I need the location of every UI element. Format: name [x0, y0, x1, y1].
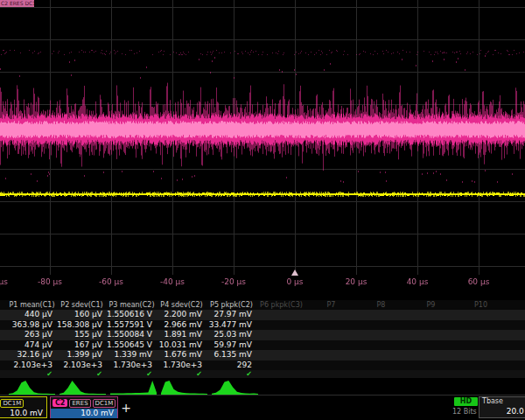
time-axis: -100 µs-80 µs-60 µs-40 µs-20 µs0 µs20 µs… — [0, 275, 525, 289]
histicon-row — [0, 378, 525, 395]
param-value: 155 µV — [57, 330, 107, 340]
param-value: 263 µV — [7, 330, 57, 340]
trace-descriptor-badge[interactable]: C2 ERES DC1M — [0, 0, 34, 7]
time-axis-label: -100 µs — [0, 277, 8, 286]
param-value: 59.97 mV — [206, 340, 256, 351]
param-header-inactive[interactable]: P10 — [456, 300, 506, 310]
param-value: 10.031 mV — [157, 340, 206, 351]
measure-table-row: 32.16 µV1.399 µV1.339 mV1.676 mV6.135 mV — [0, 350, 525, 360]
measure-table-row: 263 µV155 µV1.550084 V1.891 mV25.03 mV — [0, 330, 525, 340]
param-header-p2[interactable]: P2 sdev(C1) — [57, 300, 107, 310]
param-status-check: ✔ — [157, 370, 206, 378]
param-value: 292 — [206, 360, 256, 371]
param-value: 158.308 µV — [57, 320, 107, 331]
timebase-descriptor[interactable]: Tbase 20.0 µs — [479, 396, 525, 418]
param-histicon[interactable] — [60, 379, 106, 395]
measure-table: P1 mean(C1)P2 sdev(C1)P3 mean(C2)P4 sdev… — [0, 300, 525, 378]
param-value: 1.557591 V — [107, 320, 157, 331]
param-histicon[interactable] — [9, 379, 55, 395]
param-status-check: ✔ — [7, 370, 57, 378]
param-value: 440 µV — [7, 310, 57, 320]
param-header-p3[interactable]: P3 mean(C2) — [107, 300, 157, 310]
param-status-check: ✔ — [57, 370, 107, 378]
param-value: 2.103e+3 — [7, 360, 57, 371]
time-axis-label: -20 µs — [221, 277, 246, 286]
param-value: 1.339 mV — [107, 350, 157, 360]
timebase-title: Tbase — [480, 397, 525, 406]
param-header-inactive[interactable]: P8 — [356, 300, 406, 310]
param-value: 1.550616 V — [107, 310, 157, 320]
time-axis-label: -60 µs — [99, 277, 123, 286]
param-value: 1.730e+3 — [107, 360, 157, 371]
param-value: 1.730e+3 — [157, 360, 206, 371]
measure-table-status-row: ✔✔✔✔✔ — [0, 370, 525, 378]
time-axis-label: 20 µs — [346, 277, 368, 286]
c2-eres-badge: ERES — [69, 399, 90, 408]
measure-table-row: 474 µV167 µV1.550645 V10.031 mV59.97 mV — [0, 340, 525, 351]
measure-table-row: 2.103e+32.103e+31.730e+31.730e+3292 — [0, 360, 525, 371]
param-value: 363.98 µV — [7, 320, 57, 331]
param-status-check: ✔ — [107, 370, 157, 378]
param-value: 1.550084 V — [107, 330, 157, 340]
c2-label: C2 — [52, 399, 67, 407]
time-axis-label: -80 µs — [38, 277, 62, 286]
measure-table-row: 363.98 µV158.308 µV1.557591 V2.966 mV33.… — [0, 320, 525, 331]
c1-coupling-badge: DC1M — [0, 399, 24, 408]
param-status-check: ✔ — [206, 370, 256, 378]
timebase-value: 20.0 µs — [480, 406, 525, 416]
param-histicon[interactable] — [110, 379, 157, 395]
param-header-p4[interactable]: P4 sdev(C2) — [157, 300, 206, 310]
param-value: 2.966 mV — [157, 320, 206, 331]
bottom-bar-divider — [0, 395, 525, 396]
measure-table-header: P1 mean(C1)P2 sdev(C1)P3 mean(C2)P4 sdev… — [0, 300, 525, 310]
param-value: 1.891 mV — [157, 330, 206, 340]
measure-table-row: 440 µV160 µV1.550616 V2.200 mV27.97 mV — [0, 310, 525, 320]
add-trace-button[interactable]: + — [119, 401, 133, 415]
param-value: 1.399 µV — [57, 350, 107, 360]
param-header-p5[interactable]: P5 pkpk(C2) — [206, 300, 256, 310]
c2-vertical-scale: 10.0 mV — [51, 409, 117, 418]
param-value: 167 µV — [57, 340, 107, 351]
param-value: 27.97 mV — [206, 310, 256, 320]
param-value: 1.676 mV — [157, 350, 206, 360]
param-value: 2.103e+3 — [57, 360, 107, 371]
param-value: 474 µV — [7, 340, 57, 351]
c1-vertical-scale: 10.0 mV — [0, 409, 46, 418]
param-value: 32.16 µV — [7, 350, 57, 360]
channel-descriptor-c1[interactable]: C1 DC1M 10.0 mV — [0, 396, 47, 418]
c2-coupling-badge: DC1M — [93, 399, 116, 408]
time-axis-label: 60 µs — [468, 277, 490, 286]
time-axis-label: -40 µs — [160, 277, 185, 286]
channel-descriptor-c2[interactable]: C2 ERES DC1M 10.0 mV — [50, 396, 118, 418]
param-value: 2.200 mV — [157, 310, 206, 320]
param-value: 160 µV — [57, 310, 107, 320]
time-axis-label: 0 µs — [286, 277, 303, 286]
param-value: 1.550645 V — [107, 340, 157, 351]
measure-table-rows: 440 µV160 µV1.550616 V2.200 mV27.97 mV36… — [0, 310, 525, 370]
param-header-inactive[interactable]: P7 — [306, 300, 356, 310]
param-header-inactive[interactable]: P6 pkpk(C3) — [256, 300, 306, 310]
param-value: 6.135 mV — [206, 350, 256, 360]
param-header-p1[interactable]: P1 mean(C1) — [7, 300, 57, 310]
oscilloscope-screen: C2 ERES DC1M -100 µs-80 µs-60 µs-40 µs-2… — [0, 0, 525, 420]
param-value: 25.03 mV — [206, 330, 256, 340]
hd-bits-label: 12 Bits — [452, 408, 477, 416]
param-value: 33.477 mV — [206, 320, 256, 331]
trigger-position-marker[interactable] — [291, 270, 298, 276]
param-histicon[interactable] — [212, 379, 258, 395]
param-histicon[interactable] — [161, 379, 207, 395]
param-header-inactive[interactable]: P9 — [406, 300, 456, 310]
time-axis-label: 40 µs — [407, 277, 429, 286]
hd-mode-badge[interactable]: HD — [454, 397, 478, 406]
graticule-canvas[interactable] — [0, 0, 525, 275]
